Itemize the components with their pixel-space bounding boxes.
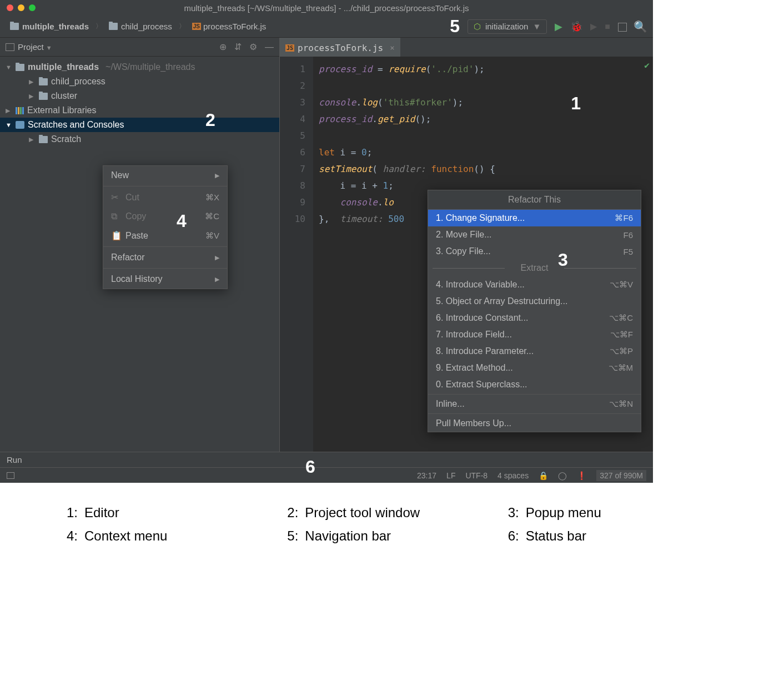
popup-item-inline[interactable]: Inline...⌥⌘N — [428, 396, 641, 412]
stop-button: ■ — [605, 22, 610, 32]
scratches-icon — [16, 121, 24, 129]
expand-icon[interactable]: ⇵ — [234, 42, 242, 52]
tree-item[interactable]: ▶Scratch — [0, 132, 279, 146]
editor-tabs: JS processToFork.js × — [280, 38, 653, 57]
run-button[interactable]: ▶ — [555, 21, 562, 33]
nodejs-icon: ⬡ — [474, 22, 481, 32]
popup-item[interactable]: 9. Extract Method...⌥⌘M — [428, 360, 641, 376]
chevron-right-icon: ▶ — [215, 172, 219, 179]
popup-item[interactable]: 5. Object or Array Destructuring... — [428, 293, 641, 310]
tree-item-scratches[interactable]: ▼Scratches and Consoles — [0, 118, 279, 132]
refactor-popup: Refactor This 1. Change Signature...⌘F6 … — [428, 190, 641, 432]
project-view-icon — [6, 43, 14, 51]
locate-icon[interactable]: ⊕ — [219, 42, 227, 52]
gutter: 12345678910 — [280, 57, 313, 452]
legend: 1:Editor 2:Project tool window 3:Popup m… — [0, 483, 784, 544]
minimize-window-button[interactable] — [18, 4, 24, 11]
run-tool-bar[interactable]: Run — [0, 452, 653, 467]
tree-item[interactable]: ▶cluster — [0, 89, 279, 103]
js-file-icon: JS — [192, 23, 201, 30]
js-file-icon: JS — [285, 44, 294, 52]
popup-title: Refactor This — [428, 190, 641, 210]
settings-icon[interactable]: ⚙ — [249, 42, 257, 52]
folder-icon — [109, 23, 118, 30]
popup-item[interactable]: 0. Extract Superclass... — [428, 376, 641, 393]
breadcrumb-folder[interactable]: child_process — [109, 22, 172, 31]
context-menu-cut[interactable]: ✂Cut⌘X — [103, 188, 227, 207]
navigation-bar: multiple_threads 〉 child_process 〉 JSpro… — [0, 16, 653, 38]
chevron-right-icon: ▶ — [6, 107, 12, 114]
analysis-ok-icon[interactable]: ✔ — [644, 60, 650, 70]
popup-item[interactable]: 6. Introduce Constant...⌥⌘C — [428, 310, 641, 326]
close-tab-icon[interactable]: × — [390, 43, 394, 52]
popup-item-change-signature[interactable]: 1. Change Signature...⌘F6 — [428, 210, 641, 226]
context-menu-copy[interactable]: ⧉Copy⌘C — [103, 207, 227, 226]
editor-tab[interactable]: JS processToFork.js × — [280, 38, 400, 57]
folder-icon — [39, 78, 48, 85]
breadcrumb-root[interactable]: multiple_threads — [10, 22, 89, 31]
chevron-right-icon: ▶ — [29, 78, 36, 85]
popup-item[interactable]: 8. Introduce Parameter...⌥⌘P — [428, 343, 641, 360]
folder-icon — [16, 64, 24, 71]
popup-item-copy-file[interactable]: 3. Copy File...F5 — [428, 243, 641, 260]
hide-icon[interactable]: — — [265, 42, 274, 52]
cut-icon: ✂ — [111, 192, 120, 203]
search-icon[interactable]: 🔍 — [634, 20, 647, 33]
popup-item[interactable]: 7. Introduce Field...⌥⌘F — [428, 326, 641, 343]
layout-toggle-icon[interactable] — [7, 472, 14, 479]
tree-root[interactable]: ▼multiple_threads~/WS/multiple_threads — [0, 60, 279, 74]
tree-item[interactable]: ▶child_process — [0, 74, 279, 89]
popup-group-extract: Extract — [428, 260, 641, 276]
chevron-right-icon: ▶ — [29, 93, 36, 100]
layout-icon[interactable] — [618, 23, 626, 31]
paste-icon: 📋 — [111, 230, 120, 241]
popup-item[interactable]: 4. Introduce Variable...⌥⌘V — [428, 276, 641, 293]
status-line-separator[interactable]: LF — [446, 471, 455, 480]
run-config-selector[interactable]: ⬡ initialization ▼ — [468, 19, 547, 34]
chevron-right-icon: 〉 — [179, 22, 185, 31]
annotation-6: 6 — [305, 457, 315, 477]
close-window-button[interactable] — [7, 4, 13, 11]
chevron-down-icon: ▼ — [6, 122, 12, 128]
breadcrumb-file[interactable]: JSprocessToFork.js — [192, 22, 267, 31]
maximize-window-button[interactable] — [29, 4, 36, 11]
debug-button[interactable]: 🐞 — [570, 21, 582, 33]
chat-icon[interactable]: ◯ — [558, 471, 567, 480]
project-panel-title[interactable]: Project ▼ — [18, 42, 52, 52]
chevron-right-icon: ▶ — [215, 276, 219, 283]
title-bar: multiple_threads [~/WS/multiple_threads]… — [0, 0, 653, 16]
chevron-right-icon: 〉 — [96, 22, 102, 31]
chevron-down-icon: ▼ — [532, 22, 541, 31]
tree-item-external-libraries[interactable]: ▶External Libraries — [0, 103, 279, 118]
context-menu: New▶ ✂Cut⌘X ⧉Copy⌘C 📋Paste⌘V Refactor▶ L… — [103, 165, 228, 289]
context-menu-history[interactable]: Local History▶ — [103, 270, 227, 289]
chevron-down-icon: ▼ — [6, 64, 12, 70]
context-menu-refactor[interactable]: Refactor▶ — [103, 248, 227, 267]
window-title: multiple_threads [~/WS/multiple_threads]… — [184, 3, 469, 13]
project-panel-header: Project ▼ ⊕ ⇵ ⚙ — — [0, 38, 279, 57]
library-icon — [16, 107, 24, 114]
folder-icon — [10, 23, 19, 30]
window-controls — [7, 4, 36, 11]
status-encoding[interactable]: UTF-8 — [465, 471, 488, 480]
context-menu-new[interactable]: New▶ — [103, 166, 227, 185]
context-menu-paste[interactable]: 📋Paste⌘V — [103, 226, 227, 245]
lock-icon[interactable]: 🔒 — [539, 471, 548, 480]
status-caret-position[interactable]: 23:17 — [417, 471, 436, 480]
ide-window: multiple_threads [~/WS/multiple_threads]… — [0, 0, 653, 483]
status-bar: 6 23:17 LF UTF-8 4 spaces 🔒 ◯ ❗ 327 of 9… — [0, 467, 653, 483]
copy-icon: ⧉ — [111, 211, 120, 221]
folder-icon — [39, 93, 48, 100]
coverage-button[interactable]: ▶ — [590, 21, 597, 32]
popup-item-move-file[interactable]: 2. Move File...F6 — [428, 226, 641, 243]
folder-icon — [39, 136, 48, 143]
chevron-right-icon: ▶ — [29, 136, 36, 143]
chevron-right-icon: ▶ — [215, 254, 219, 261]
popup-item-pull-up[interactable]: Pull Members Up... — [428, 415, 641, 432]
status-indent[interactable]: 4 spaces — [497, 471, 529, 480]
status-memory[interactable]: 327 of 990M — [596, 470, 646, 481]
annotation-5: 5 — [450, 16, 460, 37]
event-log-icon[interactable]: ❗ — [577, 471, 586, 480]
